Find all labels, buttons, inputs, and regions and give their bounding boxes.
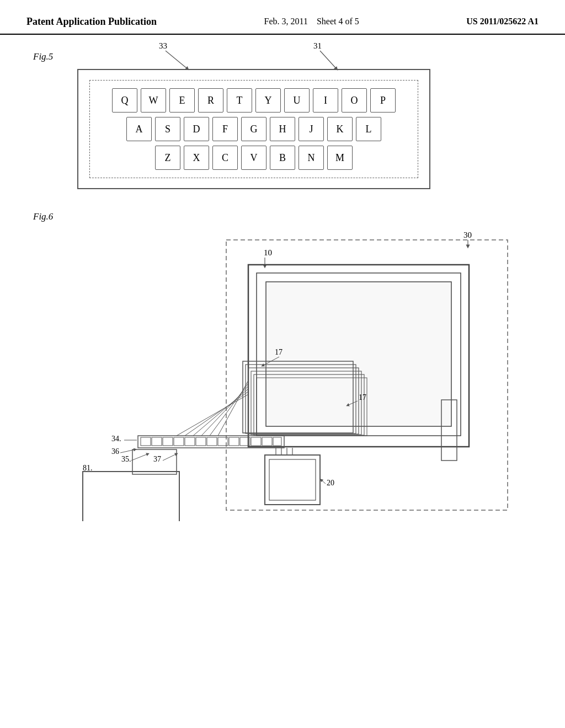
svg-rect-31 <box>251 437 261 446</box>
key-B: B <box>270 146 295 170</box>
publication-date: Feb. 3, 2011 <box>264 17 308 26</box>
patent-number: US 2011/025622 A1 <box>466 15 539 28</box>
key-A: A <box>126 117 152 141</box>
svg-rect-21 <box>141 437 151 446</box>
svg-rect-25 <box>185 437 195 446</box>
key-O: O <box>342 88 367 113</box>
key-K: K <box>327 117 353 141</box>
key-Y: Y <box>255 88 281 113</box>
key-Z: Z <box>155 146 180 170</box>
fig6-svg: 30 10 17 <box>66 229 530 521</box>
svg-rect-29 <box>229 437 239 446</box>
sheet-number: Sheet 4 of 5 <box>317 17 359 26</box>
page-header: Patent Application Publication Feb. 3, 2… <box>0 0 565 35</box>
key-S: S <box>155 117 180 141</box>
svg-line-41 <box>163 454 177 461</box>
svg-text:37: 37 <box>153 455 161 463</box>
svg-line-39 <box>131 454 148 461</box>
key-N: N <box>299 146 324 170</box>
svg-line-46 <box>321 480 326 484</box>
page-content: Fig.5 33 31 Q W E R <box>0 35 565 532</box>
svg-rect-26 <box>196 437 206 446</box>
svg-rect-32 <box>262 437 272 446</box>
svg-rect-23 <box>163 437 173 446</box>
key-V: V <box>241 146 266 170</box>
keyboard-row-2: A S D F G H J K L <box>99 117 409 141</box>
key-W: W <box>141 88 166 113</box>
key-I: I <box>313 88 338 113</box>
svg-text:10: 10 <box>264 248 272 257</box>
svg-text:17: 17 <box>275 348 282 356</box>
key-E: E <box>169 88 195 113</box>
svg-text:34.: 34. <box>111 435 121 443</box>
key-Q: Q <box>112 88 137 113</box>
keyboard-outer-border: Q W E R T Y U I O P A S D F G <box>77 69 430 189</box>
publication-title: Patent Application Publication <box>26 15 157 28</box>
key-G: G <box>241 117 266 141</box>
key-T: T <box>227 88 252 113</box>
keyboard-row-3: Z X C V B N M <box>99 146 409 170</box>
key-H: H <box>270 117 295 141</box>
key-X: X <box>184 146 209 170</box>
svg-rect-48 <box>83 472 179 521</box>
key-F: F <box>212 117 238 141</box>
svg-line-37 <box>120 449 135 453</box>
fig5-label: Fig.5 <box>33 51 532 62</box>
annotation-33-text: 33 <box>159 41 167 50</box>
svg-rect-22 <box>152 437 162 446</box>
key-P: P <box>370 88 396 113</box>
fig6-label: Fig.6 <box>33 211 532 222</box>
svg-text:20: 20 <box>327 479 334 487</box>
fig6-diagram: 30 10 17 <box>66 229 519 516</box>
key-U: U <box>284 88 310 113</box>
key-D: D <box>184 117 209 141</box>
svg-rect-27 <box>207 437 217 446</box>
svg-line-55 <box>218 381 248 436</box>
key-J: J <box>299 117 324 141</box>
fig5-keyboard-container: 33 31 Q W E R T Y U <box>77 69 452 189</box>
annotation-31-text: 31 <box>313 41 322 50</box>
svg-text:36: 36 <box>111 447 119 456</box>
key-C: C <box>212 146 238 170</box>
svg-text:81.: 81. <box>83 464 93 472</box>
fig6-section: Fig.6 30 10 <box>33 211 532 516</box>
svg-rect-43 <box>265 455 320 505</box>
header-date-sheet: Feb. 3, 2011 Sheet 4 of 5 <box>264 15 359 28</box>
key-M: M <box>327 146 353 170</box>
key-L: L <box>356 117 381 141</box>
svg-rect-44 <box>269 459 316 500</box>
key-R: R <box>198 88 223 113</box>
svg-rect-33 <box>273 437 281 446</box>
svg-text:30: 30 <box>463 231 472 239</box>
keyboard-row-1: Q W E R T Y U I O P <box>99 88 409 113</box>
svg-text:35.: 35. <box>121 455 131 463</box>
svg-rect-24 <box>174 437 184 446</box>
svg-text:17: 17 <box>359 393 366 402</box>
keyboard-inner-dashed: Q W E R T Y U I O P A S D F G <box>89 80 418 178</box>
